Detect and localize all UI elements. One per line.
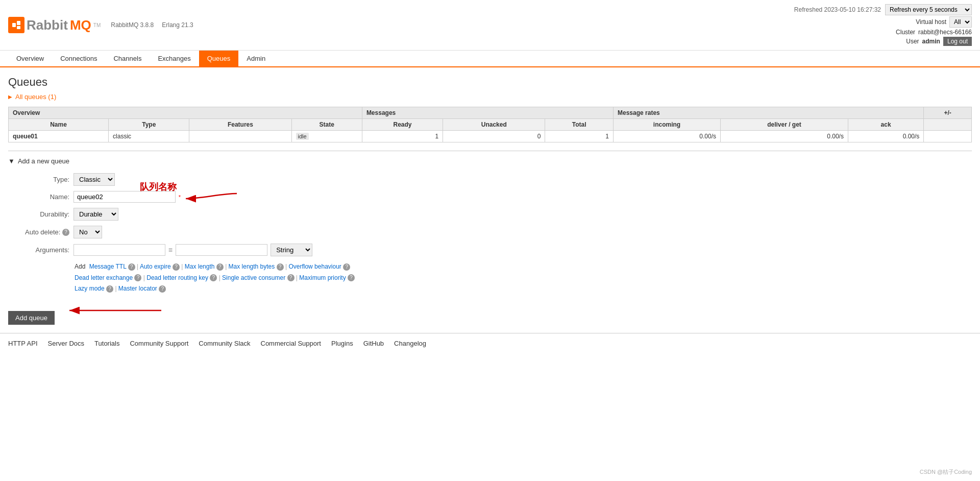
arrow-down-icon: ▼ [8, 157, 15, 165]
arg-link-maximum-priority[interactable]: Maximum priority [299, 274, 346, 281]
logo-tm: TM [93, 22, 101, 28]
all-queues-toggle[interactable]: ▶ All queues (1) [8, 93, 972, 101]
arg-link-max-length-bytes[interactable]: Max length bytes [229, 263, 275, 270]
name-label: Name: [8, 193, 69, 201]
virtual-host-select[interactable]: All / [949, 16, 972, 28]
refresh-time: Refreshed 2023-05-10 16:27:32 [794, 6, 881, 13]
col-empty [924, 119, 972, 131]
arg-link-master-locator[interactable]: Master locator [118, 285, 157, 292]
logo-mq: MQ [70, 17, 91, 33]
single-active-consumer-help-icon[interactable]: ? [287, 274, 295, 281]
footer-tutorials[interactable]: Tutorials [94, 340, 119, 347]
plus-minus-btn[interactable]: +/- [924, 107, 972, 119]
auto-expire-help-icon[interactable]: ? [173, 263, 180, 271]
nav-connections[interactable]: Connections [52, 51, 105, 66]
add-queue-toggle[interactable]: ▼ Add a new queue [8, 157, 972, 165]
nav-queues[interactable]: Queues [199, 51, 239, 66]
auto-delete-help-icon[interactable]: ? [62, 229, 69, 236]
arg-link-overflow-behaviour[interactable]: Overflow behaviour [288, 263, 341, 270]
footer-server-docs[interactable]: Server Docs [48, 340, 85, 347]
user-label: User [906, 38, 919, 45]
cell-type: classic [109, 131, 189, 142]
col-incoming: incoming [614, 119, 721, 131]
col-total: Total [545, 119, 614, 131]
arg-link-dead-letter-routing-key[interactable]: Dead letter routing key [146, 274, 208, 281]
dead-letter-routing-key-help-icon[interactable]: ? [210, 274, 217, 281]
max-length-bytes-help-icon[interactable]: ? [277, 263, 284, 271]
footer-commercial-support[interactable]: Commercial Support [261, 340, 322, 347]
max-length-help-icon[interactable]: ? [216, 263, 224, 271]
arg-links-row2: Dead letter exchange ? | Dead letter rou… [75, 273, 972, 284]
auto-delete-select[interactable]: No Yes [74, 226, 102, 238]
nav-exchanges[interactable]: Exchanges [150, 51, 199, 66]
type-label: Type: [8, 176, 69, 183]
arg-link-max-length[interactable]: Max length [185, 263, 215, 270]
footer-community-support[interactable]: Community Support [130, 340, 188, 347]
main-nav: Overview Connections Channels Exchanges … [0, 51, 980, 67]
add-queue-label: Add a new queue [18, 157, 69, 165]
add-queue-button[interactable]: Add queue [8, 311, 55, 325]
lazy-mode-help-icon[interactable]: ? [106, 285, 113, 293]
durability-row: Durability: Durable Transient [8, 208, 972, 221]
footer-changelog[interactable]: Changelog [394, 340, 426, 347]
top-bar: RabbitMQTM RabbitMQ 3.8.8 Erlang 21.3 Re… [0, 0, 980, 51]
cell-features [189, 131, 291, 142]
page-title: Queues [8, 76, 972, 89]
svg-rect-1 [17, 21, 20, 25]
cell-total: 1 [545, 131, 614, 142]
overflow-behaviour-help-icon[interactable]: ? [343, 263, 350, 271]
overview-header: Overview [9, 107, 362, 119]
arg-link-lazy-mode[interactable]: Lazy mode [75, 285, 105, 292]
durability-select[interactable]: Durable Transient [74, 208, 118, 221]
arrow-icon: ▶ [8, 94, 12, 100]
dead-letter-exchange-help-icon[interactable]: ? [134, 274, 141, 281]
arguments-type-select[interactable]: String Number Boolean [271, 244, 312, 256]
refresh-row: Refreshed 2023-05-10 16:27:32 Refresh ev… [794, 4, 972, 15]
col-ack: ack [848, 119, 923, 131]
cluster-label: Cluster [896, 29, 915, 36]
durability-label: Durability: [8, 210, 69, 218]
arguments-row: Arguments: = String Number Boolean [8, 244, 972, 256]
cell-state: idle [291, 131, 362, 142]
name-input[interactable] [74, 191, 176, 203]
arguments-inputs: = String Number Boolean [74, 244, 312, 256]
master-locator-help-icon[interactable]: ? [159, 285, 166, 293]
message-ttl-help-icon[interactable]: ? [128, 263, 135, 271]
footer-http-api[interactable]: HTTP API [8, 340, 38, 347]
arg-link-single-active-consumer[interactable]: Single active consumer [222, 274, 285, 281]
arg-links-row3: Lazy mode ? | Master locator ? [75, 283, 972, 295]
col-unacked: Unacked [443, 119, 545, 131]
auto-delete-label: Auto delete: ? [8, 228, 69, 236]
nav-overview[interactable]: Overview [8, 51, 52, 66]
arg-link-message-ttl[interactable]: Message TTL [89, 263, 127, 270]
arguments-key-input[interactable] [74, 244, 165, 256]
cell-ack: 0.00/s [848, 131, 923, 142]
top-right: Refreshed 2023-05-10 16:27:32 Refresh ev… [794, 4, 972, 46]
auto-delete-row: Auto delete: ? No Yes [8, 226, 972, 238]
type-select[interactable]: Classic Quorum [74, 173, 115, 186]
annotation-arrow [181, 188, 242, 209]
arguments-value-input[interactable] [176, 244, 267, 256]
table-row[interactable]: queue01 classic idle 1 0 1 0.00/s 0.00/s… [9, 131, 972, 142]
vhost-row: Virtual host All / [916, 16, 972, 28]
cell-ready: 1 [362, 131, 443, 142]
footer-community-slack[interactable]: Community Slack [199, 340, 250, 347]
type-row: Type: Classic Quorum [8, 173, 972, 186]
all-queues-label: All queues (1) [15, 93, 56, 101]
refresh-select[interactable]: Refresh every 5 seconds Refresh every 10… [885, 4, 972, 15]
maximum-priority-help-icon[interactable]: ? [348, 274, 355, 281]
user-row: User admin Log out [906, 37, 972, 46]
message-rates-header: Message rates [614, 107, 924, 119]
name-row: Name: * 队列名称 [8, 191, 972, 203]
svg-rect-2 [17, 26, 20, 29]
footer-github[interactable]: GitHub [363, 340, 384, 347]
col-ready: Ready [362, 119, 443, 131]
nav-admin[interactable]: Admin [238, 51, 274, 66]
cell-extra [924, 131, 972, 142]
arg-link-dead-letter-exchange[interactable]: Dead letter exchange [75, 274, 133, 281]
nav-channels[interactable]: Channels [105, 51, 150, 66]
logout-button[interactable]: Log out [943, 37, 972, 46]
footer-plugins[interactable]: Plugins [331, 340, 353, 347]
arg-link-auto-expire[interactable]: Auto expire [140, 263, 171, 270]
add-queue-arrow [64, 303, 166, 318]
